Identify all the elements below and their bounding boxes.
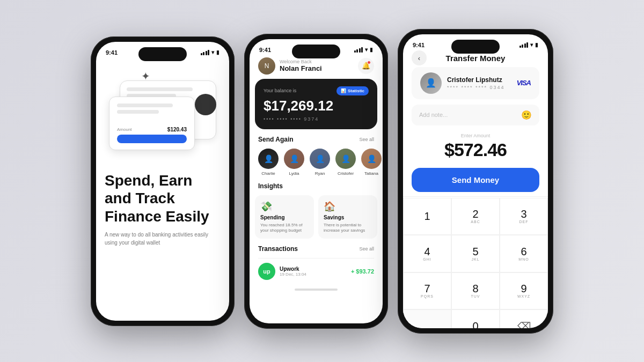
note-input[interactable]: Add note... 🙂: [412, 105, 539, 125]
contact-charlie[interactable]: 👤 Charlie: [258, 149, 279, 176]
battery-icon-2: ▮: [370, 47, 373, 53]
battery-icon-1: ▮: [216, 49, 219, 55]
home-indicator-2: [295, 289, 338, 291]
savings-desc: There is potential to increase your savi…: [324, 223, 372, 234]
savings-icon: 🏠: [324, 201, 372, 212]
key-3[interactable]: 3 DEF: [500, 198, 548, 235]
contact-ryan[interactable]: 👤 Ryan: [310, 149, 330, 176]
title-line2: and Track: [105, 189, 221, 208]
contact-lydia[interactable]: 👤 Lydia: [284, 149, 304, 176]
p2-user-info: N Welcome Back Nolan Franci: [258, 57, 322, 75]
wifi-icon-1: ▾: [211, 49, 214, 55]
phone1-title: Spend, Earn and Track Finance Easily: [105, 172, 221, 226]
savings-title: Savings: [324, 215, 372, 220]
status-right-1: ▾ ▮: [201, 49, 220, 55]
send-again-list: 👤 Charlie 👤 Lydia 👤 Ryan 👤 Cristofer: [250, 149, 383, 176]
card-info-left: 👤 Cristofer Lipshutz **** **** **** 0344: [420, 72, 505, 94]
statistic-button[interactable]: 📊 Statistic: [336, 86, 369, 95]
card-line: [127, 87, 193, 91]
key-7[interactable]: 7 PQRS: [403, 272, 451, 310]
card-mockup: ✦: [109, 64, 216, 161]
wifi-icon-3: ▾: [530, 42, 533, 48]
spending-desc: You reached 18.5% of your shopping budge…: [260, 223, 309, 234]
card-amount-row: Amount $120.43: [117, 127, 187, 132]
savings-card: 🏠 Savings There is potential to increase…: [318, 195, 377, 239]
enter-amount-label: Enter Amount: [461, 133, 491, 138]
p2-header: N Welcome Back Nolan Franci 🔔: [250, 55, 383, 79]
signal-bars-2: [354, 47, 363, 53]
tx-upwork[interactable]: up Upwork 19 Dec, 13:04 + $93.72: [258, 258, 374, 284]
chart-icon: 📊: [341, 88, 346, 93]
statistic-label: Statistic: [348, 88, 364, 93]
card-info-row: 👤 Cristofer Lipshutz **** **** **** 0344…: [412, 67, 539, 99]
card-line: [117, 110, 159, 114]
spending-icon: 💸: [260, 201, 309, 212]
visa-label: VISA: [517, 79, 531, 87]
contact-tatiana[interactable]: 👤 Tatiana: [361, 149, 382, 176]
title-line3: Finance Easily: [105, 208, 221, 226]
contact-name-charlie: Charlie: [261, 171, 275, 176]
battery-icon-3: ▮: [535, 42, 538, 48]
avatar-nolan: N: [258, 57, 275, 75]
dynamic-island-3: [451, 40, 500, 54]
phone-1: 9:41 ▾ ▮ ✦: [91, 36, 235, 326]
transactions-header: Transactions See all: [250, 243, 383, 255]
phone-3: 9:41 ▾ ▮ ‹ Transfer Money: [398, 29, 553, 334]
transactions-list: up Upwork 19 Dec, 13:04 + $93.72: [250, 258, 383, 284]
avatar-cristofer: 👤: [335, 149, 356, 169]
key-9[interactable]: 9 WXYZ: [500, 272, 548, 310]
amount-display: $572.46: [444, 139, 507, 160]
phone1-bottom: Spend, Earn and Track Finance Easily A n…: [105, 167, 221, 256]
send-again-see-all: See all: [359, 137, 374, 142]
tx-name: Upwork: [280, 266, 347, 272]
balance-amount: $17,269.12: [264, 98, 369, 114]
card-front: Amount $120.43: [109, 97, 195, 150]
balance-card: Your balance is 📊 Statistic $17,269.12 •…: [255, 79, 377, 129]
key-2[interactable]: 2 ABC: [451, 198, 500, 235]
card-line: [117, 104, 173, 107]
card-lines: [117, 104, 187, 114]
p3-title: Transfer Money: [446, 54, 506, 63]
balance-label: Your balance is: [264, 88, 296, 93]
key-0[interactable]: 0: [451, 309, 500, 328]
signal-bars-1: [201, 50, 210, 55]
key-5[interactable]: 5 JKL: [451, 235, 500, 272]
card-number-p2: •••• •••• •••• 9374: [264, 116, 369, 122]
tx-info: Upwork 19 Dec, 13:04: [280, 266, 347, 277]
status-time-2: 9:41: [259, 47, 271, 53]
note-emoji-icon: 🙂: [521, 110, 532, 120]
insights-header: Insights: [250, 180, 383, 192]
key-8[interactable]: 8 TUV: [451, 272, 500, 310]
status-time-1: 9:41: [106, 49, 118, 56]
contact-name-ryan: Ryan: [315, 171, 325, 176]
dynamic-island-2: [292, 45, 340, 58]
key-4[interactable]: 4 GHI: [403, 235, 451, 272]
phone1-content: ✦: [96, 58, 229, 321]
title-line1: Spend, Earn: [105, 172, 221, 190]
contact-cristofer[interactable]: 👤 Cristofer: [335, 149, 356, 176]
key-empty: [403, 309, 451, 328]
send-money-button[interactable]: Send Money: [412, 168, 539, 192]
amount-section: Enter Amount $572.46: [403, 131, 548, 165]
upwork-logo: up: [258, 263, 275, 280]
wifi-icon-2: ▾: [365, 47, 368, 53]
keypad: 1 2 ABC 3 DEF 4 GHI: [403, 196, 548, 328]
insights-title: Insights: [258, 182, 283, 190]
key-delete[interactable]: ⌫: [500, 309, 548, 328]
status-time-3: 9:41: [413, 42, 425, 48]
dynamic-island-1: [138, 47, 187, 61]
key-1[interactable]: 1: [403, 198, 451, 235]
contact-name-cristofer: Cristofer: [338, 171, 354, 176]
contact-name-lydia: Lydia: [289, 171, 299, 176]
p2-username: Nolan Franci: [280, 64, 322, 72]
back-button[interactable]: ‹: [412, 50, 427, 65]
card-holder-name: Cristofer Lipshutz: [447, 76, 505, 84]
bell-icon[interactable]: 🔔: [358, 58, 374, 74]
p2-user-text: Welcome Back Nolan Franci: [280, 59, 322, 72]
card-holder-info: Cristofer Lipshutz **** **** **** 0344: [447, 76, 505, 90]
send-again-header: Send Again See all: [250, 134, 383, 145]
phone2-content: N Welcome Back Nolan Franci 🔔 Your balan…: [250, 55, 383, 323]
key-6[interactable]: 6 MNO: [500, 235, 548, 272]
avatar-ryan: 👤: [310, 149, 330, 169]
card-button[interactable]: [117, 135, 187, 143]
